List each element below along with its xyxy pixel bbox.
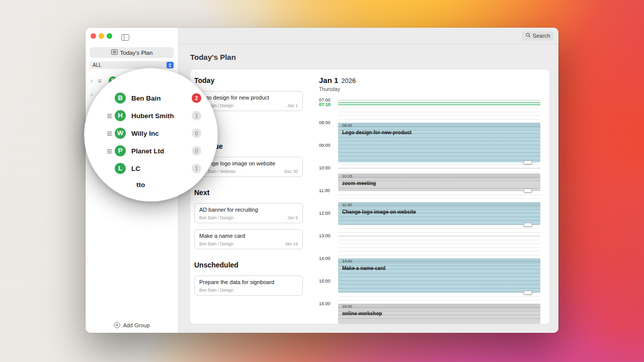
gridline — [338, 225, 540, 225]
loupe-list-item[interactable]: ≡HHubert Smith1 — [85, 107, 217, 124]
select-chevrons-icon — [167, 62, 174, 68]
filter-value: ALL — [90, 62, 167, 68]
loupe-list-item[interactable]: ≡PPlanet Ltd0 — [85, 142, 217, 159]
main-area: Search Today's Plan TodayLogo design for… — [179, 28, 558, 333]
group-filter-select[interactable]: ALL — [90, 61, 174, 69]
hour-label: 13:00 — [319, 233, 331, 238]
zoom-button[interactable] — [107, 33, 112, 39]
disclosure-chevron-icon[interactable]: › — [91, 77, 97, 84]
add-group-button[interactable]: Add Group — [86, 321, 178, 329]
todays-plan-button[interactable]: Today's Plan — [90, 47, 174, 58]
event-time: 11:30 — [338, 202, 540, 208]
count-badge: 1 — [192, 111, 201, 120]
resize-handle[interactable] — [523, 160, 532, 164]
minimize-button[interactable] — [99, 33, 104, 39]
event-title: Logo design for new product — [338, 128, 540, 135]
close-button[interactable] — [91, 33, 96, 39]
task-date: Jan 6 — [287, 215, 298, 220]
task-date: Dec 30 — [284, 169, 298, 174]
timeline-event[interactable]: 10:15zoom meeting — [338, 173, 540, 191]
gridline — [338, 251, 540, 251]
hour-label: 12:00 — [319, 211, 331, 216]
current-time-line — [338, 105, 540, 105]
current-time-line — [338, 103, 540, 103]
task-meta-row: Ben Bain / DesignJan 6 — [199, 215, 298, 220]
count-badge: 2 — [192, 93, 201, 103]
gridline — [338, 243, 540, 244]
loupe-list-item[interactable]: LLC1 — [85, 159, 217, 177]
event-title: zoom meeting — [338, 179, 540, 186]
gridline — [338, 191, 540, 191]
timeline-event[interactable]: 16:00online workshop — [338, 304, 540, 324]
task-meta: Ben Bain / Design — [199, 241, 233, 246]
gridline — [338, 236, 540, 236]
search-field[interactable]: Search — [522, 31, 554, 41]
hour-label: 16:00 — [319, 301, 331, 306]
hamburger-icon: ≡ — [107, 146, 112, 155]
event-time: 16:00 — [338, 304, 540, 309]
section-title: Today — [194, 76, 312, 84]
timeline-date: Jan 1 — [319, 76, 338, 84]
gridline — [338, 172, 540, 172]
task-section: TodayLogo design for new productBen Bain… — [194, 76, 312, 111]
gridline — [338, 115, 540, 116]
event-time: 14:00 — [338, 258, 540, 264]
gridline — [338, 164, 540, 165]
resize-handle[interactable] — [523, 223, 532, 227]
resize-handle[interactable] — [523, 189, 532, 193]
page-title: Today's Plan — [179, 44, 558, 61]
task-card[interactable]: Prepare the data for signboardBen Bain /… — [194, 276, 303, 296]
group-name: Willy Inc — [131, 129, 159, 137]
partial-group-name: tto — [136, 181, 145, 189]
timeline: 07:0008:0009:0010:0011:0012:0013:0014:00… — [312, 69, 549, 324]
plus-circle-icon — [114, 322, 120, 329]
resize-handle[interactable] — [523, 291, 532, 295]
count-badge: 0 — [192, 146, 201, 155]
timeline-event[interactable]: 11:30Change logo image on website — [338, 202, 540, 225]
desktop-wallpaper: Today's Plan ALL ›≡B›≡›≡› Add Group — [0, 0, 644, 362]
group-name: LC — [131, 164, 140, 172]
add-group-label: Add Group — [123, 322, 149, 328]
task-title: Prepare the data for signboard — [199, 279, 298, 285]
loupe-list-item[interactable]: BBen Bain2 — [85, 89, 217, 107]
gridline — [338, 300, 540, 301]
content-area: Today's Plan TodayLogo design for new pr… — [179, 44, 558, 333]
current-time-label: 07:10 — [319, 102, 331, 107]
search-icon — [526, 33, 531, 39]
timeline-event[interactable]: 14:00Make a name card — [338, 258, 540, 293]
group-avatar: H — [115, 110, 126, 121]
timeline-weekday: Thursday — [319, 86, 356, 92]
group-name: Ben Bain — [131, 94, 161, 102]
task-meta: Ben Bain / Design — [199, 215, 233, 220]
task-title: Change logo image on website — [199, 160, 298, 166]
plan-card: TodayLogo design for new productBen Bain… — [190, 69, 549, 324]
timeline-year: 2026 — [341, 77, 356, 84]
task-meta-row: Ben Bain / Design — [199, 288, 298, 293]
task-meta: Ben Bain / Design — [199, 288, 233, 293]
task-title: AD banner for recruiting — [199, 207, 298, 213]
count-badge: 1 — [192, 163, 201, 173]
gridline — [338, 296, 540, 297]
gridline — [338, 168, 540, 168]
timeline-grid: 08:00Logo design for new product10:15zoo… — [338, 69, 540, 324]
task-card[interactable]: Make a name cardBen Bain / DesignJan 16 — [194, 229, 303, 249]
gridline — [338, 100, 540, 101]
sidebar-toggle-icon[interactable] — [121, 34, 129, 43]
hour-label: 14:00 — [319, 256, 331, 261]
plan-button-label: Today's Plan — [120, 50, 153, 56]
gridline — [338, 228, 540, 229]
timeline-event[interactable]: 08:00Logo design for new product — [338, 123, 540, 162]
plan-list-icon — [111, 49, 118, 56]
hour-label: 15:00 — [319, 279, 331, 284]
count-badge: 0 — [192, 128, 201, 138]
timeline-gutter: 07:0008:0009:0010:0011:0012:0013:0014:00… — [312, 69, 338, 324]
event-time: 08:00 — [338, 123, 540, 128]
task-card[interactable]: AD banner for recruitingBen Bain / Desig… — [194, 203, 303, 223]
search-label: Search — [533, 33, 550, 39]
task-meta-row: Ben Bain / WebsiteDec 30 — [199, 169, 298, 174]
group-name: Planet Ltd — [131, 147, 164, 154]
task-date: Jan 1 — [287, 103, 298, 108]
task-title: Make a name card — [199, 233, 298, 239]
group-name: Hubert Smith — [131, 112, 174, 119]
loupe-list-item[interactable]: ≡WWilly Inc0 — [85, 124, 217, 142]
